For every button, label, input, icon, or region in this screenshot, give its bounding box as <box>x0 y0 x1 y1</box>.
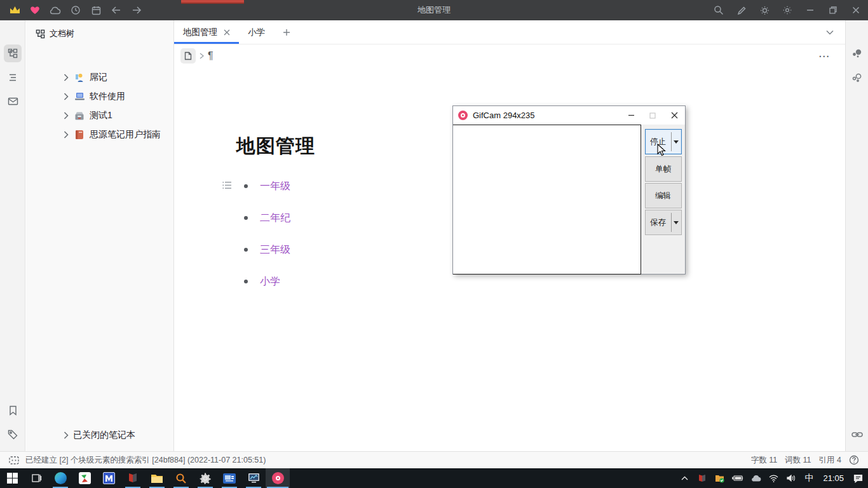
cloud-sync-icon[interactable] <box>48 3 62 17</box>
theme-brightness-icon[interactable] <box>757 3 771 17</box>
dropdown-arrow-icon[interactable] <box>672 140 681 144</box>
gifcam-edit-button[interactable]: 编辑 <box>645 183 682 208</box>
chevron-right-icon[interactable] <box>59 74 73 81</box>
blue-m-app-icon[interactable] <box>97 468 121 488</box>
crown-icon[interactable] <box>8 3 22 17</box>
file-tree-panel: 文档树 屌记 软件使用 测试1 思源笔记用户指南 已关闭的笔记本 <box>26 20 174 451</box>
chevron-right-icon[interactable] <box>59 431 73 439</box>
chevron-right-icon[interactable] <box>59 112 73 119</box>
gifcam-titlebar[interactable]: GifCam 294x235 <box>453 106 685 125</box>
tray-wifi-icon[interactable] <box>766 468 781 488</box>
tag-dock-icon[interactable] <box>4 426 22 444</box>
gifcam-save-button[interactable]: 保存 <box>645 210 682 235</box>
action-center-icon[interactable] <box>850 468 865 488</box>
status-bar: 已经建立 [2] 个块级元素的搜索索引 [24bf884] (2022-11-0… <box>0 451 868 468</box>
gifcam-taskbar-icon[interactable] <box>266 468 290 488</box>
restore-window-icon[interactable] <box>826 3 840 17</box>
list-item: 二年纪 <box>244 211 290 225</box>
list-gutter-icon[interactable] <box>222 181 232 189</box>
search-icon[interactable] <box>712 3 726 17</box>
bullet-icon <box>244 184 248 188</box>
backlink-dock-icon[interactable] <box>848 426 866 444</box>
task-manager-icon[interactable] <box>241 468 266 488</box>
bookmark-dock-icon[interactable] <box>4 402 22 419</box>
tray-battery-icon[interactable] <box>730 468 745 488</box>
back-icon[interactable] <box>109 3 123 17</box>
notebook-item[interactable]: 软件使用 <box>26 87 173 106</box>
forward-icon[interactable] <box>130 3 144 17</box>
close-window-icon[interactable] <box>849 3 863 17</box>
gifcam-minimize-icon[interactable] <box>620 106 642 125</box>
gifcam-close-icon[interactable] <box>663 106 685 125</box>
history-icon[interactable] <box>69 3 83 17</box>
minimize-window-icon[interactable] <box>803 3 817 17</box>
settings-app-icon[interactable] <box>193 468 217 488</box>
red-flags-app-icon[interactable] <box>121 468 145 488</box>
file-explorer-icon[interactable] <box>145 468 169 488</box>
tab-close-icon[interactable] <box>224 29 230 36</box>
gifcam-window[interactable]: GifCam 294x235 停止 单帧 编辑 保存 <box>452 105 686 274</box>
file-tree-dock-icon[interactable] <box>4 44 22 62</box>
closed-notebooks-item[interactable]: 已关闭的笔记本 <box>26 426 173 445</box>
notebook-item[interactable]: 屌记 <box>26 68 173 87</box>
calendar-icon[interactable] <box>89 3 103 17</box>
outline-dock-icon[interactable] <box>4 69 22 86</box>
settings-gear-icon[interactable] <box>780 3 794 17</box>
more-menu-icon[interactable]: ⋯ <box>818 50 830 63</box>
start-button[interactable] <box>0 468 24 488</box>
help-icon[interactable] <box>849 455 859 465</box>
app-titlebar: 地图管理 <box>0 0 868 20</box>
ref-count: 引用 4 <box>819 455 841 466</box>
tray-red-flags-icon[interactable] <box>695 468 710 488</box>
new-tab-button[interactable] <box>274 20 299 44</box>
task-view-button[interactable] <box>24 468 48 488</box>
chevron-right-icon[interactable] <box>59 93 73 100</box>
left-dock <box>0 20 25 451</box>
tab-xiaoxue[interactable]: 小学 <box>239 20 274 44</box>
tab-list-chevron-icon[interactable] <box>826 20 834 44</box>
right-dock <box>845 20 868 451</box>
breadcrumb: ¶ ⋯ <box>174 44 845 67</box>
document-icon[interactable] <box>180 48 196 64</box>
gifcam-frame-label: 单帧 <box>655 164 671 175</box>
gifcam-maximize-icon[interactable] <box>642 106 663 125</box>
block-ref-link[interactable]: 小学 <box>260 275 280 288</box>
heart-icon[interactable] <box>28 3 42 17</box>
document-heading[interactable]: 地图管理 <box>236 133 315 159</box>
system-tray: 中 21:05 <box>677 468 868 488</box>
ime-indicator[interactable]: 中 <box>801 468 817 488</box>
search-everything-icon[interactable] <box>169 468 193 488</box>
graph-dock-icon[interactable] <box>848 44 866 62</box>
clock[interactable]: 21:05 <box>819 473 848 483</box>
gifcam-edit-label: 编辑 <box>655 191 671 201</box>
bullet-icon <box>244 216 248 220</box>
edit-pencil-icon[interactable] <box>735 3 749 17</box>
block-ref-link[interactable]: 一年级 <box>260 180 290 193</box>
gifcam-frame-button[interactable]: 单帧 <box>645 156 682 182</box>
tab-ditu-guanli[interactable]: 地图管理 <box>174 20 239 44</box>
notebook-label: 软件使用 <box>90 91 125 102</box>
gifcam-stop-button[interactable]: 停止 <box>645 129 682 154</box>
tray-volume-icon[interactable] <box>783 468 799 488</box>
inbox-dock-icon[interactable] <box>4 92 22 110</box>
notebook-item[interactable]: 思源笔记用户指南 <box>26 125 173 144</box>
paragraph-mark[interactable]: ¶ <box>208 50 214 62</box>
list-item: 小学 <box>244 274 280 288</box>
dropdown-arrow-icon[interactable] <box>672 221 681 224</box>
pinwheel-app-icon[interactable] <box>72 468 97 488</box>
card-box-emoji-icon <box>73 111 86 121</box>
breadcrumb-chevron-icon <box>200 53 204 59</box>
tray-chevron-up-icon[interactable] <box>677 468 692 488</box>
notebook-item[interactable]: 测试1 <box>26 106 173 125</box>
global-graph-dock-icon[interactable] <box>848 69 866 86</box>
snip-app-icon[interactable] <box>217 468 241 488</box>
chevron-right-icon[interactable] <box>59 131 73 139</box>
list-item: 三年级 <box>244 243 290 257</box>
block-ref-link[interactable]: 二年纪 <box>260 212 290 225</box>
notebook-label: 测试1 <box>90 110 112 121</box>
tray-folder-sync-icon[interactable] <box>712 468 728 488</box>
block-ref-link[interactable]: 三年级 <box>260 243 290 257</box>
tray-onedrive-cloud-icon[interactable] <box>748 468 763 488</box>
edge-browser-icon[interactable] <box>48 468 72 488</box>
windows-taskbar: 中 21:05 <box>0 468 868 488</box>
